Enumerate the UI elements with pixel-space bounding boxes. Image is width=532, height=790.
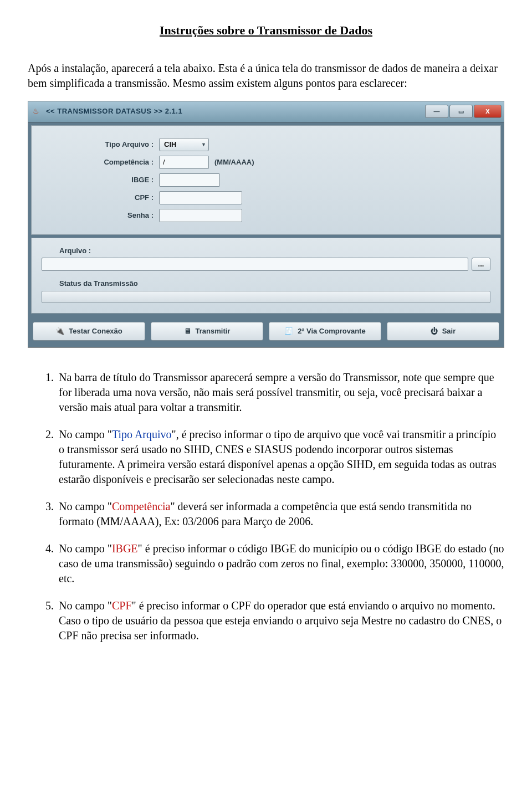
browse-button[interactable]: ... (472, 258, 490, 271)
transmitir-label: Transmitir (196, 326, 231, 336)
plug-icon: 🔌 (55, 326, 64, 336)
minimize-button[interactable]: — (425, 105, 448, 118)
note-1: Na barra de título do Transmissor aparec… (57, 370, 504, 415)
form-panel: Tipo Arquivo : CIH ▼ Competência : (MM/A… (31, 125, 501, 235)
arquivo-label: Arquivo : (59, 246, 490, 256)
notes-list: Na barra de título do Transmissor aparec… (28, 370, 504, 643)
note-3: No campo "Competência" deverá ser inform… (57, 499, 504, 529)
tipo-arquivo-label: Tipo Arquivo : (93, 140, 159, 150)
power-icon: ⏻ (431, 326, 438, 336)
sair-label: Sair (442, 326, 456, 336)
status-label: Status da Transmissão (59, 279, 490, 289)
note-4: No campo "IBGE" é preciso informar o cód… (57, 541, 504, 586)
testar-label: Testar Conexão (69, 326, 122, 336)
cpf-input[interactable] (159, 191, 242, 204)
tipo-arquivo-select[interactable]: CIH ▼ (159, 138, 209, 151)
chevron-down-icon: ▼ (201, 141, 206, 148)
computer-icon: 🖥 (184, 326, 191, 336)
competencia-hint: (MM/AAAA) (214, 157, 254, 167)
senha-input[interactable] (159, 209, 242, 222)
intro-paragraph: Após a instalação, aparecerá a tela abai… (28, 61, 504, 91)
titlebar: ♨ << TRANSMISSOR DATASUS >> 2.1.1 — ▭ X (28, 101, 504, 122)
ibge-input[interactable] (159, 173, 220, 187)
segunda-via-label: 2ª Via Comprovante (298, 326, 365, 336)
testar-conexao-button[interactable]: 🔌 Testar Conexão (33, 322, 145, 341)
arquivo-input[interactable] (42, 258, 468, 271)
page-title: Instruções sobre o Transmissor de Dados (28, 22, 504, 39)
competencia-input[interactable] (159, 156, 209, 169)
maximize-button[interactable]: ▭ (449, 105, 473, 118)
transmitir-button[interactable]: 🖥 Transmitir (151, 322, 263, 341)
segunda-via-button[interactable]: 🧾 2ª Via Comprovante (269, 322, 381, 341)
keyword-tipo-arquivo: Tipo Arquivo (112, 428, 172, 440)
keyword-competencia: Competência (112, 500, 171, 512)
note-5: No campo "CPF" é preciso informar o CPF … (57, 598, 504, 643)
receipt-icon: 🧾 (284, 326, 293, 336)
window-title: << TRANSMISSOR DATASUS >> 2.1.1 (46, 106, 425, 116)
app-window: ♨ << TRANSMISSOR DATASUS >> 2.1.1 — ▭ X … (28, 101, 504, 348)
keyword-ibge: IBGE (112, 542, 138, 555)
sair-button[interactable]: ⏻ Sair (387, 322, 499, 341)
keyword-cpf: CPF (112, 599, 132, 612)
tipo-arquivo-value: CIH (164, 140, 176, 150)
progress-bar (42, 291, 490, 303)
ibge-label: IBGE : (93, 175, 159, 185)
java-icon: ♨ (33, 107, 42, 116)
close-button[interactable]: X (474, 105, 502, 118)
cpf-label: CPF : (93, 193, 159, 203)
competencia-label: Competência : (93, 157, 159, 167)
button-bar: 🔌 Testar Conexão 🖥 Transmitir 🧾 2ª Via C… (28, 316, 504, 347)
senha-label: Senha : (93, 211, 159, 220)
file-panel: Arquivo : ... Status da Transmissão (31, 238, 501, 314)
note-2: No campo "Tipo Arquivo", é preciso infor… (57, 427, 504, 487)
